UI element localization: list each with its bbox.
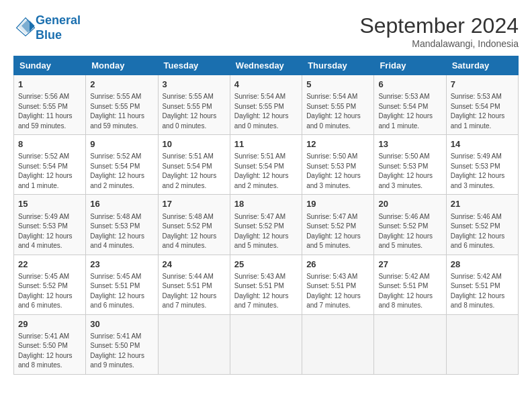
- calendar-cell: 17Sunrise: 5:48 AM Sunset: 5:52 PM Dayli…: [158, 195, 230, 255]
- day-number: 26: [306, 259, 369, 271]
- calendar-body: 1Sunrise: 5:56 AM Sunset: 5:55 PM Daylig…: [14, 75, 519, 375]
- day-number: 7: [451, 79, 514, 91]
- calendar-cell: [230, 314, 302, 374]
- calendar-cell: 7Sunrise: 5:53 AM Sunset: 5:54 PM Daylig…: [446, 75, 518, 135]
- day-info: Sunrise: 5:43 AM Sunset: 5:51 PM Dayligh…: [306, 272, 369, 311]
- day-info: Sunrise: 5:49 AM Sunset: 5:53 PM Dayligh…: [18, 212, 81, 251]
- day-info: Sunrise: 5:48 AM Sunset: 5:53 PM Dayligh…: [90, 212, 153, 251]
- day-info: Sunrise: 5:42 AM Sunset: 5:51 PM Dayligh…: [451, 272, 514, 311]
- day-number: 10: [163, 138, 226, 150]
- weekday-header-tuesday: Tuesday: [158, 56, 230, 75]
- calendar-cell: 19Sunrise: 5:47 AM Sunset: 5:52 PM Dayli…: [302, 195, 374, 255]
- day-info: Sunrise: 5:48 AM Sunset: 5:52 PM Dayligh…: [163, 212, 226, 251]
- day-number: 23: [90, 259, 153, 271]
- calendar-cell: 30Sunrise: 5:41 AM Sunset: 5:50 PM Dayli…: [86, 314, 158, 374]
- day-info: Sunrise: 5:51 AM Sunset: 5:54 PM Dayligh…: [234, 152, 298, 191]
- calendar-cell: 10Sunrise: 5:51 AM Sunset: 5:54 PM Dayli…: [158, 135, 230, 195]
- day-info: Sunrise: 5:55 AM Sunset: 5:55 PM Dayligh…: [90, 92, 153, 131]
- location-subtitle: Mandalawangi, Indonesia: [359, 38, 519, 49]
- day-info: Sunrise: 5:52 AM Sunset: 5:54 PM Dayligh…: [90, 152, 153, 191]
- calendar-cell: 28Sunrise: 5:42 AM Sunset: 5:51 PM Dayli…: [446, 255, 518, 314]
- day-number: 6: [378, 79, 441, 91]
- title-block: September 2024 Mandalawangi, Indonesia: [359, 13, 519, 49]
- calendar-cell: 29Sunrise: 5:41 AM Sunset: 5:50 PM Dayli…: [14, 314, 86, 374]
- day-number: 22: [18, 259, 81, 271]
- calendar-cell: 16Sunrise: 5:48 AM Sunset: 5:53 PM Dayli…: [86, 195, 158, 255]
- weekday-header-monday: Monday: [86, 56, 158, 75]
- calendar-week-5: 29Sunrise: 5:41 AM Sunset: 5:50 PM Dayli…: [14, 314, 519, 374]
- day-number: 9: [90, 138, 153, 150]
- day-info: Sunrise: 5:56 AM Sunset: 5:55 PM Dayligh…: [18, 92, 81, 131]
- day-number: 28: [451, 259, 514, 271]
- day-info: Sunrise: 5:55 AM Sunset: 5:55 PM Dayligh…: [163, 92, 226, 131]
- day-info: Sunrise: 5:50 AM Sunset: 5:53 PM Dayligh…: [306, 152, 369, 191]
- calendar-cell: 9Sunrise: 5:52 AM Sunset: 5:54 PM Daylig…: [86, 135, 158, 195]
- calendar-week-2: 8Sunrise: 5:52 AM Sunset: 5:54 PM Daylig…: [14, 135, 519, 195]
- day-info: Sunrise: 5:45 AM Sunset: 5:51 PM Dayligh…: [90, 272, 153, 311]
- day-info: Sunrise: 5:41 AM Sunset: 5:50 PM Dayligh…: [90, 332, 153, 371]
- day-info: Sunrise: 5:45 AM Sunset: 5:52 PM Dayligh…: [18, 272, 81, 311]
- calendar-cell: 27Sunrise: 5:42 AM Sunset: 5:51 PM Dayli…: [374, 255, 446, 314]
- weekday-header-saturday: Saturday: [446, 56, 518, 75]
- calendar-cell: 22Sunrise: 5:45 AM Sunset: 5:52 PM Dayli…: [14, 255, 86, 314]
- day-info: Sunrise: 5:53 AM Sunset: 5:54 PM Dayligh…: [451, 92, 514, 131]
- calendar-cell: [374, 314, 446, 374]
- day-number: 1: [18, 79, 81, 91]
- logo-line1: General: [36, 13, 81, 27]
- day-number: 16: [90, 198, 153, 210]
- calendar-cell: 1Sunrise: 5:56 AM Sunset: 5:55 PM Daylig…: [14, 75, 86, 135]
- day-number: 2: [90, 79, 153, 91]
- calendar-cell: 3Sunrise: 5:55 AM Sunset: 5:55 PM Daylig…: [158, 75, 230, 135]
- day-info: Sunrise: 5:47 AM Sunset: 5:52 PM Dayligh…: [306, 212, 369, 251]
- logo-text: General Blue: [36, 13, 81, 42]
- calendar-cell: 18Sunrise: 5:47 AM Sunset: 5:52 PM Dayli…: [230, 195, 302, 255]
- month-title: September 2024: [359, 13, 519, 38]
- day-number: 24: [163, 259, 226, 271]
- logo-line2: Blue: [36, 28, 62, 42]
- calendar-table: SundayMondayTuesdayWednesdayThursdayFrid…: [13, 56, 519, 375]
- calendar-cell: 6Sunrise: 5:53 AM Sunset: 5:54 PM Daylig…: [374, 75, 446, 135]
- day-info: Sunrise: 5:49 AM Sunset: 5:53 PM Dayligh…: [451, 152, 514, 191]
- weekday-header-thursday: Thursday: [302, 56, 374, 75]
- day-number: 12: [306, 138, 369, 150]
- day-info: Sunrise: 5:54 AM Sunset: 5:55 PM Dayligh…: [234, 92, 298, 131]
- day-info: Sunrise: 5:46 AM Sunset: 5:52 PM Dayligh…: [378, 212, 441, 251]
- day-info: Sunrise: 5:54 AM Sunset: 5:55 PM Dayligh…: [306, 92, 369, 131]
- day-number: 21: [451, 198, 514, 210]
- calendar-cell: 8Sunrise: 5:52 AM Sunset: 5:54 PM Daylig…: [14, 135, 86, 195]
- day-info: Sunrise: 5:43 AM Sunset: 5:51 PM Dayligh…: [234, 272, 298, 311]
- day-number: 3: [163, 79, 226, 91]
- day-number: 29: [18, 318, 81, 330]
- day-info: Sunrise: 5:52 AM Sunset: 5:54 PM Dayligh…: [18, 152, 81, 191]
- day-number: 18: [234, 198, 298, 210]
- calendar-cell: 11Sunrise: 5:51 AM Sunset: 5:54 PM Dayli…: [230, 135, 302, 195]
- calendar-cell: 25Sunrise: 5:43 AM Sunset: 5:51 PM Dayli…: [230, 255, 302, 314]
- calendar-cell: [446, 314, 518, 374]
- day-number: 15: [18, 198, 81, 210]
- calendar-week-4: 22Sunrise: 5:45 AM Sunset: 5:52 PM Dayli…: [14, 255, 519, 314]
- day-number: 13: [378, 138, 441, 150]
- day-number: 27: [378, 259, 441, 271]
- day-number: 17: [163, 198, 226, 210]
- weekday-header-wednesday: Wednesday: [230, 56, 302, 75]
- calendar-cell: 23Sunrise: 5:45 AM Sunset: 5:51 PM Dayli…: [86, 255, 158, 314]
- calendar-cell: [158, 314, 230, 374]
- day-info: Sunrise: 5:41 AM Sunset: 5:50 PM Dayligh…: [18, 332, 81, 371]
- calendar-cell: 14Sunrise: 5:49 AM Sunset: 5:53 PM Dayli…: [446, 135, 518, 195]
- calendar-cell: 24Sunrise: 5:44 AM Sunset: 5:51 PM Dayli…: [158, 255, 230, 314]
- weekday-header-row: SundayMondayTuesdayWednesdayThursdayFrid…: [14, 56, 519, 75]
- calendar-cell: 2Sunrise: 5:55 AM Sunset: 5:55 PM Daylig…: [86, 75, 158, 135]
- logo: General Blue: [13, 13, 81, 42]
- calendar-cell: [302, 314, 374, 374]
- day-number: 30: [90, 318, 153, 330]
- day-info: Sunrise: 5:50 AM Sunset: 5:53 PM Dayligh…: [378, 152, 441, 191]
- day-info: Sunrise: 5:51 AM Sunset: 5:54 PM Dayligh…: [163, 152, 226, 191]
- calendar-cell: 21Sunrise: 5:46 AM Sunset: 5:52 PM Dayli…: [446, 195, 518, 255]
- day-number: 14: [451, 138, 514, 150]
- day-info: Sunrise: 5:44 AM Sunset: 5:51 PM Dayligh…: [163, 272, 226, 311]
- calendar-cell: 12Sunrise: 5:50 AM Sunset: 5:53 PM Dayli…: [302, 135, 374, 195]
- day-number: 5: [306, 79, 369, 91]
- calendar-cell: 20Sunrise: 5:46 AM Sunset: 5:52 PM Dayli…: [374, 195, 446, 255]
- logo-icon: [15, 17, 36, 37]
- page-header: General Blue September 2024 Mandalawangi…: [13, 13, 519, 49]
